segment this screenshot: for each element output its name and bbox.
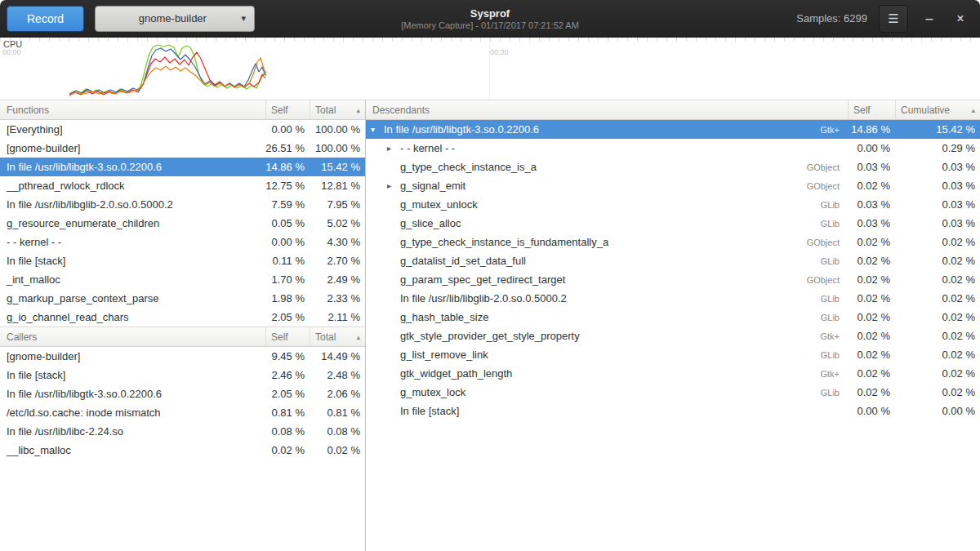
column-header-callers[interactable]: Callers xyxy=(0,327,265,346)
column-header-functions[interactable]: Functions xyxy=(0,100,265,119)
descendant-row[interactable]: g_mutex_lockGLib0.02 %0.02 % xyxy=(366,383,980,402)
descendant-row[interactable]: g_hash_table_sizeGLib0.02 %0.02 % xyxy=(366,308,980,327)
function-name-cell: g_datalist_id_set_data_fullGLib xyxy=(366,255,848,267)
function-row[interactable]: g_io_channel_read_chars2.05 %2.11 % xyxy=(0,308,365,327)
function-name-cell: In file /usr/lib/libglib-2.0.so.0.5000.2… xyxy=(366,292,848,304)
expander-collapsed-icon[interactable]: ▸ xyxy=(387,144,400,153)
self-percent: 0.03 % xyxy=(848,217,895,229)
function-row[interactable]: In file /usr/lib/libgtk-3.so.0.2200.614.… xyxy=(0,158,365,176)
function-name: In file /usr/lib/libgtk-3.so.0.2200.6 xyxy=(0,388,265,400)
function-row[interactable]: - - kernel - -0.00 %4.30 % xyxy=(0,233,365,251)
caller-row[interactable]: /etc/ld.so.cache: inode mismatch0.81 %0.… xyxy=(0,403,365,422)
column-header-self[interactable]: Self xyxy=(265,327,310,346)
function-name: g_type_check_instance_is_a xyxy=(400,161,537,173)
descendant-row[interactable]: g_param_spec_get_redirect_targetGObject0… xyxy=(366,270,980,289)
main-area: Functions Self Total ▴ [Everything]0.00 … xyxy=(0,100,980,551)
self-percent: 0.03 % xyxy=(848,198,895,211)
cumulative-percent: 0.02 % xyxy=(895,367,980,380)
function-row[interactable]: In file [stack]0.11 %2.70 % xyxy=(0,251,365,270)
function-name: g_markup_parse_context_parse xyxy=(0,292,265,304)
function-row[interactable]: In file /usr/lib/libglib-2.0.so.0.5000.2… xyxy=(0,195,365,214)
descendant-row[interactable]: g_type_check_instance_is_fundamentally_a… xyxy=(366,233,980,251)
window-subtitle: [Memory Capture] - 01/17/2017 07:21:52 A… xyxy=(401,20,579,30)
cpu-graph[interactable]: CPU 00:00 00:30 xyxy=(0,38,980,100)
column-header-total[interactable]: Total ▴ xyxy=(310,100,365,119)
self-percent: 0.02 % xyxy=(265,444,310,456)
total-percent: 14.49 % xyxy=(310,350,365,362)
self-percent: 14.86 % xyxy=(848,123,895,136)
descendant-row[interactable]: g_type_check_instance_is_aGObject0.03 %0… xyxy=(366,158,980,176)
function-name: __pthread_rwlock_rdlock xyxy=(0,180,265,192)
column-header-cumulative[interactable]: Cumulative ▴ xyxy=(895,100,980,119)
function-name: In file [stack] xyxy=(400,405,459,417)
library-tag: GObject xyxy=(800,238,848,247)
expander-expanded-icon[interactable]: ▾ xyxy=(371,125,384,134)
caller-row[interactable]: In file /usr/lib/libc-2.24.so0.08 %0.08 … xyxy=(0,422,365,441)
self-percent: 0.02 % xyxy=(848,386,895,398)
cumulative-percent: 0.02 % xyxy=(895,236,980,248)
window-title: Sysprof xyxy=(401,7,579,19)
column-header-self[interactable]: Self xyxy=(265,100,310,119)
caller-row[interactable]: In file /usr/lib/libgtk-3.so.0.2200.62.0… xyxy=(0,384,365,403)
cpu-series-orange xyxy=(69,58,266,95)
descendant-row[interactable]: g_datalist_id_set_data_fullGLib0.02 %0.0… xyxy=(366,251,980,270)
function-name-cell: g_type_check_instance_is_aGObject xyxy=(366,161,848,173)
column-header-descendants[interactable]: Descendants xyxy=(366,100,848,119)
function-name-cell: In file [stack] xyxy=(366,405,848,417)
descendants-table: ▾In file /usr/lib/libgtk-3.so.0.2200.6Gt… xyxy=(366,120,980,420)
total-percent: 2.06 % xyxy=(310,388,365,400)
function-row[interactable]: [Everything]0.00 %100.00 % xyxy=(0,120,365,139)
function-name: g_mutex_lock xyxy=(400,386,466,398)
left-pane: Functions Self Total ▴ [Everything]0.00 … xyxy=(0,100,366,551)
function-name-cell: gtk_style_provider_get_style_propertyGtk… xyxy=(366,330,848,342)
column-header-total[interactable]: Total ▴ xyxy=(310,327,365,346)
close-button[interactable]: × xyxy=(951,9,970,29)
library-tag: GObject xyxy=(800,275,848,285)
self-percent: 0.02 % xyxy=(848,367,895,380)
function-name: - - kernel - - xyxy=(0,236,265,248)
record-button[interactable]: Record xyxy=(7,6,84,32)
self-percent: 12.75 % xyxy=(265,180,310,192)
function-name: g_param_spec_get_redirect_target xyxy=(400,273,565,286)
process-selector-dropdown[interactable]: gnome-builder ▾ xyxy=(95,6,255,32)
descendant-row[interactable]: g_list_remove_linkGLib0.02 %0.02 % xyxy=(366,345,980,364)
self-percent: 0.02 % xyxy=(848,236,895,248)
descendant-row[interactable]: g_mutex_unlockGLib0.03 %0.03 % xyxy=(366,195,980,214)
function-row[interactable]: [gnome-builder]26.51 %100.00 % xyxy=(0,139,365,158)
descendant-row[interactable]: ▸g_signal_emitGObject0.02 %0.03 % xyxy=(366,176,980,195)
menu-button[interactable]: ☰ xyxy=(879,5,908,33)
column-header-self[interactable]: Self xyxy=(848,100,895,119)
descendant-row[interactable]: g_slice_allocGLib0.03 %0.03 % xyxy=(366,214,980,233)
function-name: g_io_channel_read_chars xyxy=(0,311,265,323)
function-row[interactable]: g_resource_enumerate_children0.05 %5.02 … xyxy=(0,214,365,233)
function-row[interactable]: g_markup_parse_context_parse1.98 %2.33 % xyxy=(0,289,365,308)
caller-row[interactable]: [gnome-builder]9.45 %14.49 % xyxy=(0,347,365,366)
cumulative-percent: 0.02 % xyxy=(895,255,980,267)
function-row[interactable]: _int_malloc1.70 %2.49 % xyxy=(0,270,365,289)
function-name: In file /usr/lib/libc-2.24.so xyxy=(0,425,265,438)
total-percent: 2.48 % xyxy=(310,369,365,381)
total-percent: 15.42 % xyxy=(310,161,365,173)
caller-row[interactable]: __libc_malloc0.02 %0.02 % xyxy=(0,441,365,460)
minimize-button[interactable]: – xyxy=(920,9,939,29)
function-row[interactable]: __pthread_rwlock_rdlock12.75 %12.81 % xyxy=(0,176,365,195)
library-tag: GLib xyxy=(814,294,848,304)
caller-row[interactable]: In file [stack]2.46 %2.48 % xyxy=(0,366,365,384)
callers-table: [gnome-builder]9.45 %14.49 %In file [sta… xyxy=(0,347,365,460)
descendant-row[interactable]: In file [stack]0.00 %0.00 % xyxy=(366,402,980,420)
descendant-row[interactable]: ▾In file /usr/lib/libgtk-3.so.0.2200.6Gt… xyxy=(366,120,980,139)
function-name: [gnome-builder] xyxy=(0,350,265,362)
descendant-row[interactable]: ▸- - kernel - -0.00 %0.29 % xyxy=(366,139,980,158)
function-name-cell: g_slice_allocGLib xyxy=(366,217,848,229)
expander-collapsed-icon[interactable]: ▸ xyxy=(387,181,400,190)
self-percent: 9.45 % xyxy=(265,350,310,362)
total-percent: 12.81 % xyxy=(310,180,365,192)
self-percent: 0.02 % xyxy=(848,273,895,286)
library-tag: GLib xyxy=(814,388,848,398)
self-percent: 0.02 % xyxy=(848,292,895,304)
descendant-row[interactable]: gtk_widget_path_lengthGtk+0.02 %0.02 % xyxy=(366,364,980,383)
self-percent: 2.46 % xyxy=(265,369,310,381)
total-percent: 100.00 % xyxy=(310,123,365,136)
descendant-row[interactable]: In file /usr/lib/libglib-2.0.so.0.5000.2… xyxy=(366,289,980,308)
descendant-row[interactable]: gtk_style_provider_get_style_propertyGtk… xyxy=(366,327,980,345)
